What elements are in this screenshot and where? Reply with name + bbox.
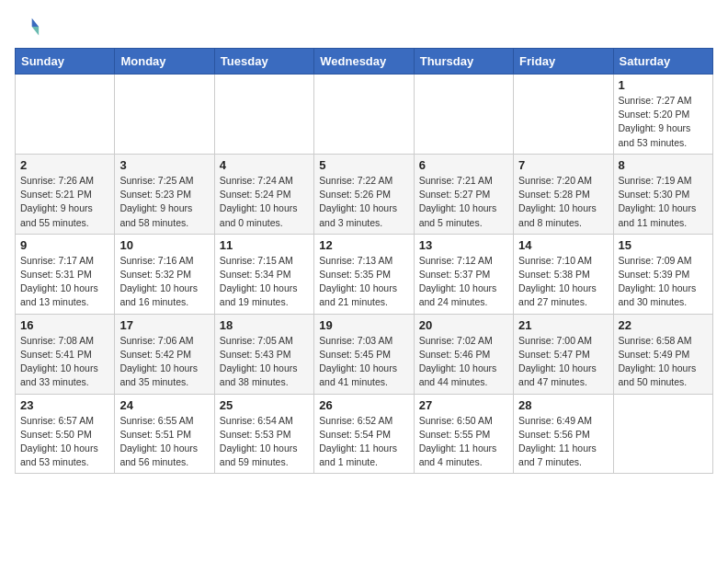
day-number: 15 [619,238,708,252]
day-number: 22 [619,318,708,332]
calendar-cell: 24Sunrise: 6:55 AM Sunset: 5:51 PM Dayli… [115,394,214,474]
day-info: Sunrise: 7:00 AM Sunset: 5:47 PM Dayligh… [518,334,608,390]
svg-marker-0 [32,18,39,27]
calendar-cell: 1Sunrise: 7:27 AM Sunset: 5:20 PM Daylig… [613,75,712,155]
day-info: Sunrise: 7:26 AM Sunset: 5:21 PM Dayligh… [20,174,109,230]
day-number: 13 [419,238,508,252]
day-number: 16 [20,318,109,332]
calendar-cell: 5Sunrise: 7:22 AM Sunset: 5:26 PM Daylig… [314,154,414,234]
day-number: 5 [319,158,408,172]
day-info: Sunrise: 7:08 AM Sunset: 5:41 PM Dayligh… [20,334,109,390]
day-number: 14 [518,238,608,252]
calendar-cell [613,394,712,474]
calendar-cell: 18Sunrise: 7:05 AM Sunset: 5:43 PM Dayli… [214,314,313,394]
calendar-cell: 11Sunrise: 7:15 AM Sunset: 5:34 PM Dayli… [214,234,313,314]
day-number: 7 [518,158,608,172]
calendar-cell: 17Sunrise: 7:06 AM Sunset: 5:42 PM Dayli… [115,314,214,394]
week-row-4: 16Sunrise: 7:08 AM Sunset: 5:41 PM Dayli… [16,314,713,394]
day-number: 18 [220,318,309,332]
day-number: 9 [20,238,109,252]
day-info: Sunrise: 6:57 AM Sunset: 5:50 PM Dayligh… [20,414,109,470]
day-number: 17 [119,318,209,332]
day-info: Sunrise: 7:15 AM Sunset: 5:34 PM Dayligh… [220,254,309,310]
day-number: 1 [619,78,708,92]
day-info: Sunrise: 7:22 AM Sunset: 5:26 PM Dayligh… [319,174,408,230]
calendar-header-row: SundayMondayTuesdayWednesdayThursdayFrid… [16,49,713,75]
header-thursday: Thursday [414,49,513,75]
day-number: 19 [319,318,408,332]
calendar-cell: 27Sunrise: 6:50 AM Sunset: 5:55 PM Dayli… [414,394,513,474]
calendar-cell [414,75,513,155]
calendar-cell: 4Sunrise: 7:24 AM Sunset: 5:24 PM Daylig… [214,154,313,234]
day-info: Sunrise: 6:54 AM Sunset: 5:53 PM Dayligh… [220,414,309,470]
calendar-cell: 14Sunrise: 7:10 AM Sunset: 5:38 PM Dayli… [514,234,613,314]
day-number: 4 [220,158,309,172]
calendar-cell [314,75,414,155]
day-number: 3 [119,158,209,172]
day-info: Sunrise: 7:24 AM Sunset: 5:24 PM Dayligh… [220,174,309,230]
day-info: Sunrise: 6:49 AM Sunset: 5:56 PM Dayligh… [518,414,608,470]
day-info: Sunrise: 7:13 AM Sunset: 5:35 PM Dayligh… [319,254,408,310]
calendar-cell [115,75,214,155]
day-info: Sunrise: 7:20 AM Sunset: 5:28 PM Dayligh… [518,174,608,230]
week-row-3: 9Sunrise: 7:17 AM Sunset: 5:31 PM Daylig… [16,234,713,314]
day-number: 28 [518,398,608,412]
logo-icon [15,15,40,40]
day-number: 26 [319,398,408,412]
day-info: Sunrise: 7:25 AM Sunset: 5:23 PM Dayligh… [119,174,209,230]
calendar-cell [214,75,313,155]
day-info: Sunrise: 7:06 AM Sunset: 5:42 PM Dayligh… [119,334,209,390]
day-info: Sunrise: 7:17 AM Sunset: 5:31 PM Dayligh… [20,254,109,310]
day-info: Sunrise: 7:19 AM Sunset: 5:30 PM Dayligh… [619,174,708,230]
day-number: 27 [419,398,508,412]
calendar-body: 1Sunrise: 7:27 AM Sunset: 5:20 PM Daylig… [16,75,713,474]
day-info: Sunrise: 7:21 AM Sunset: 5:27 PM Dayligh… [419,174,508,230]
calendar-cell: 20Sunrise: 7:02 AM Sunset: 5:46 PM Dayli… [414,314,513,394]
day-number: 24 [119,398,209,412]
day-info: Sunrise: 6:52 AM Sunset: 5:54 PM Dayligh… [319,414,408,470]
calendar-cell: 16Sunrise: 7:08 AM Sunset: 5:41 PM Dayli… [16,314,115,394]
day-number: 23 [20,398,109,412]
calendar-cell: 3Sunrise: 7:25 AM Sunset: 5:23 PM Daylig… [115,154,214,234]
calendar-cell [514,75,613,155]
week-row-5: 23Sunrise: 6:57 AM Sunset: 5:50 PM Dayli… [16,394,713,474]
header-friday: Friday [514,49,613,75]
calendar-cell: 19Sunrise: 7:03 AM Sunset: 5:45 PM Dayli… [314,314,414,394]
day-info: Sunrise: 7:10 AM Sunset: 5:38 PM Dayligh… [518,254,608,310]
calendar-cell [16,75,115,155]
calendar-cell: 21Sunrise: 7:00 AM Sunset: 5:47 PM Dayli… [514,314,613,394]
calendar-cell: 15Sunrise: 7:09 AM Sunset: 5:39 PM Dayli… [613,234,712,314]
day-info: Sunrise: 7:16 AM Sunset: 5:32 PM Dayligh… [119,254,209,310]
svg-marker-1 [32,27,39,35]
calendar-cell: 12Sunrise: 7:13 AM Sunset: 5:35 PM Dayli… [314,234,414,314]
calendar-cell: 10Sunrise: 7:16 AM Sunset: 5:32 PM Dayli… [115,234,214,314]
calendar-cell: 25Sunrise: 6:54 AM Sunset: 5:53 PM Dayli… [214,394,313,474]
day-number: 2 [20,158,109,172]
day-number: 11 [220,238,309,252]
page-header [15,15,713,40]
day-info: Sunrise: 7:05 AM Sunset: 5:43 PM Dayligh… [220,334,309,390]
calendar-cell: 2Sunrise: 7:26 AM Sunset: 5:21 PM Daylig… [16,154,115,234]
logo [15,15,44,40]
day-number: 25 [220,398,309,412]
calendar-cell: 13Sunrise: 7:12 AM Sunset: 5:37 PM Dayli… [414,234,513,314]
header-wednesday: Wednesday [314,49,414,75]
header-sunday: Sunday [16,49,115,75]
header-tuesday: Tuesday [214,49,313,75]
day-number: 12 [319,238,408,252]
calendar-cell: 7Sunrise: 7:20 AM Sunset: 5:28 PM Daylig… [514,154,613,234]
day-info: Sunrise: 6:58 AM Sunset: 5:49 PM Dayligh… [619,334,708,390]
day-info: Sunrise: 7:02 AM Sunset: 5:46 PM Dayligh… [419,334,508,390]
day-number: 8 [619,158,708,172]
calendar-cell: 23Sunrise: 6:57 AM Sunset: 5:50 PM Dayli… [16,394,115,474]
day-info: Sunrise: 7:12 AM Sunset: 5:37 PM Dayligh… [419,254,508,310]
day-number: 6 [419,158,508,172]
day-info: Sunrise: 6:50 AM Sunset: 5:55 PM Dayligh… [419,414,508,470]
day-number: 20 [419,318,508,332]
week-row-1: 1Sunrise: 7:27 AM Sunset: 5:20 PM Daylig… [16,75,713,155]
day-info: Sunrise: 7:09 AM Sunset: 5:39 PM Dayligh… [619,254,708,310]
calendar-cell: 22Sunrise: 6:58 AM Sunset: 5:49 PM Dayli… [613,314,712,394]
day-info: Sunrise: 7:27 AM Sunset: 5:20 PM Dayligh… [619,94,708,150]
day-info: Sunrise: 6:55 AM Sunset: 5:51 PM Dayligh… [119,414,209,470]
calendar-cell: 8Sunrise: 7:19 AM Sunset: 5:30 PM Daylig… [613,154,712,234]
